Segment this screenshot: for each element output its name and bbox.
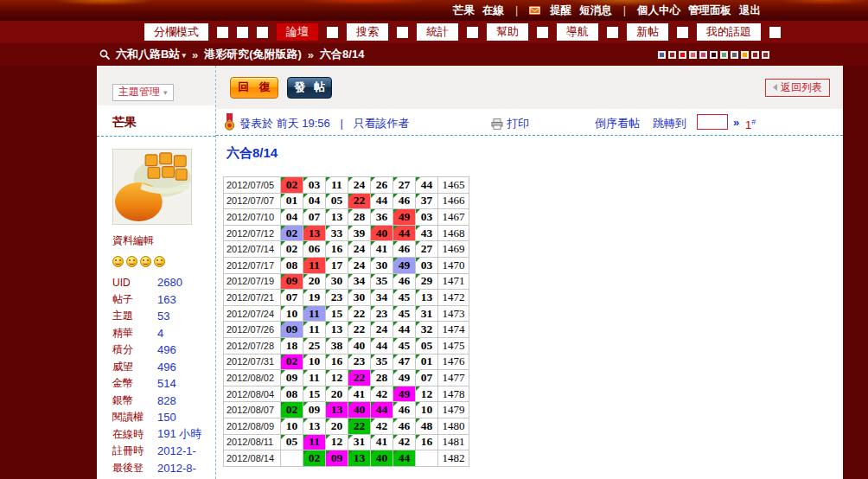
nav-spacer-square[interactable]: [467, 27, 478, 38]
content-frame: 主題管理 ▾ 芒果 資料編輯: [97, 66, 843, 479]
nav-bar-items: 分欄模式論壇搜索統計幫助導航新帖我的話題: [0, 21, 868, 43]
number-cell: 09: [281, 370, 303, 386]
number-cell: 44: [416, 177, 438, 194]
number-cell: 49: [393, 257, 416, 273]
number-cell: 09: [326, 450, 348, 467]
nav-item-論壇[interactable]: 論壇: [277, 23, 318, 41]
issue-cell: 1468: [438, 225, 469, 241]
nav-item-統計[interactable]: 統計: [417, 23, 458, 41]
nav-spacer-square[interactable]: [327, 27, 338, 38]
nav-spacer-square[interactable]: [217, 27, 228, 38]
profile-stat-row: 閱讀權150: [112, 409, 215, 426]
thread-manage-dropdown[interactable]: 主題管理 ▾: [112, 84, 174, 101]
printer-icon: [491, 118, 503, 130]
breadcrumb-separator: »: [192, 48, 198, 61]
nav-item-導航[interactable]: 導航: [557, 23, 598, 41]
number-cell: 35: [371, 273, 393, 290]
style-square[interactable]: [762, 51, 769, 59]
number-cell: 42: [393, 434, 416, 450]
nav-spacer-square[interactable]: [677, 27, 688, 38]
new-post-button[interactable]: 發 帖: [287, 77, 332, 99]
profile-stat-row: 金幣514: [112, 375, 215, 393]
date-cell: 2012/07/17: [224, 257, 281, 273]
table-row: 2012/07/28182538404445051475: [224, 337, 469, 354]
table-row: 2012/08/11051112314142161481: [224, 434, 469, 450]
author-sidebar: 主題管理 ▾ 芒果 資料編輯: [97, 66, 216, 479]
topbar-divider2: |: [620, 4, 629, 16]
sidebar-divider: [97, 136, 215, 137]
number-cell: 44: [371, 402, 393, 418]
style-square[interactable]: [731, 51, 738, 59]
nav-item-分欄模式[interactable]: 分欄模式: [144, 23, 208, 41]
reply-button[interactable]: 回 復: [230, 77, 278, 99]
profile-stat-row: 精華4: [112, 325, 215, 342]
number-cell: 40: [371, 450, 393, 467]
topbar-admin-link[interactable]: 管理面板: [688, 3, 731, 18]
back-to-list-button[interactable]: 返回列表: [765, 79, 830, 97]
style-square[interactable]: [710, 51, 718, 59]
issue-cell: 1480: [438, 418, 469, 434]
number-cell: 11: [303, 434, 326, 450]
breadcrumb-separator2: »: [308, 48, 314, 61]
number-cell: 27: [393, 177, 416, 194]
topbar-logout-link[interactable]: 退出: [739, 3, 761, 18]
style-square[interactable]: [751, 51, 759, 59]
breadcrumb-site-link[interactable]: 六和八路B站▾: [116, 47, 186, 62]
topbar-alerts-link[interactable]: 提醒: [550, 3, 571, 18]
number-cell: 32: [416, 322, 438, 338]
style-square[interactable]: [689, 51, 697, 59]
number-cell: 30: [371, 257, 393, 273]
nav-item-新帖[interactable]: 新帖: [627, 23, 668, 41]
style-square[interactable]: [679, 51, 686, 59]
topbar-messages-link[interactable]: 短消息: [579, 3, 612, 18]
author-username[interactable]: 芒果: [112, 115, 215, 131]
style-square[interactable]: [699, 51, 707, 59]
topbar-username[interactable]: 芒果: [453, 3, 475, 18]
reverse-order-link[interactable]: 倒序看帖: [595, 116, 640, 131]
issue-cell: 1478: [438, 386, 469, 402]
nav-spacer-square[interactable]: [257, 27, 268, 38]
nav-spacer-square[interactable]: [537, 27, 548, 38]
style-square[interactable]: [668, 51, 676, 59]
number-cell: 46: [393, 402, 416, 418]
avatar[interactable]: [112, 149, 192, 225]
date-cell: 2012/07/24: [224, 305, 281, 322]
number-cell: 30: [326, 273, 348, 290]
stat-value: 2012-1-: [157, 444, 196, 457]
date-cell: 2012/07/19: [224, 273, 281, 290]
number-cell: 23: [348, 354, 371, 370]
number-cell: 23: [371, 305, 393, 322]
print-link[interactable]: 打印: [491, 116, 529, 131]
stat-label: 在線時: [112, 427, 157, 442]
table-row: 2012/07/21071923303445131472: [224, 290, 469, 306]
topbar-profile-link[interactable]: 個人中心: [637, 3, 680, 18]
number-cell: 07: [303, 209, 326, 226]
number-cell: 46: [393, 418, 416, 434]
nav-spacer-square[interactable]: [607, 27, 618, 38]
date-cell: 2012/07/21: [224, 290, 281, 306]
nav-item-搜索[interactable]: 搜索: [347, 23, 388, 41]
number-cell: 02: [303, 450, 326, 467]
nav-spacer-square[interactable]: [769, 27, 781, 38]
style-square[interactable]: [741, 51, 749, 59]
jump-to-input[interactable]: [697, 114, 728, 130]
nav-item-幫助[interactable]: 幫助: [487, 23, 528, 41]
edit-profile-link[interactable]: 資料編輯: [112, 233, 215, 248]
number-cell: 15: [326, 305, 348, 322]
nav-item-我的話題[interactable]: 我的話題: [697, 23, 761, 41]
number-cell: 05: [416, 337, 438, 354]
number-cell: 19: [303, 290, 326, 306]
number-cell: 13: [326, 402, 348, 418]
breadcrumb-forum-link[interactable]: 港彩研究(兔附版路): [204, 47, 302, 62]
nav-spacer-square[interactable]: [237, 27, 248, 38]
profile-stat-row: 積分496: [112, 342, 215, 359]
nav-spacer-square[interactable]: [397, 27, 408, 38]
jump-go-arrow[interactable]: »: [733, 116, 739, 129]
number-cell: 26: [371, 177, 393, 194]
style-square[interactable]: [720, 51, 728, 59]
style-square[interactable]: [658, 51, 666, 59]
number-cell: 40: [348, 402, 371, 418]
only-author-link[interactable]: 只看該作者: [353, 117, 409, 130]
number-cell: 12: [326, 370, 348, 386]
number-cell: 13: [326, 322, 348, 338]
